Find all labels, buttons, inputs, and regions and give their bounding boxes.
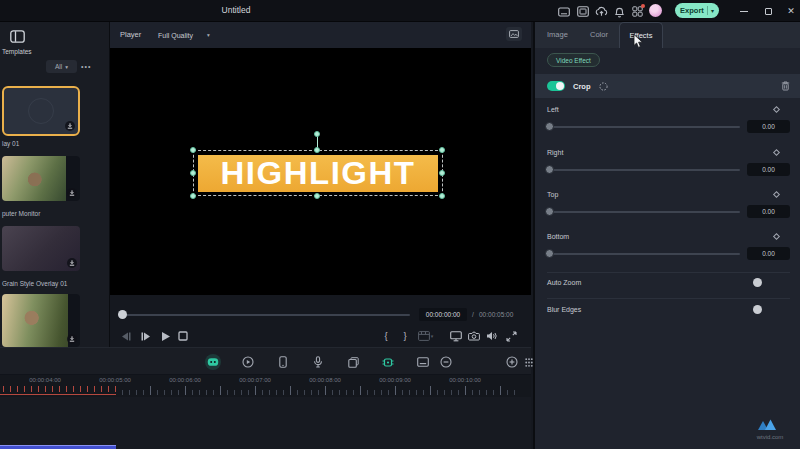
download-icon[interactable]	[65, 121, 75, 131]
record-button[interactable]	[205, 354, 221, 370]
play-button[interactable]	[157, 328, 173, 344]
resize-handle-s[interactable]	[314, 193, 320, 199]
slider-left-handle[interactable]	[545, 122, 554, 131]
resize-handle-e[interactable]	[439, 170, 445, 176]
slider-left[interactable]	[547, 126, 740, 128]
render-chevron-icon[interactable]: ▾	[428, 328, 436, 344]
selection-bounding-box[interactable]	[193, 150, 443, 196]
mark-out-button[interactable]: }	[397, 328, 413, 344]
templates-nav-icon[interactable]	[10, 30, 25, 43]
template-label: puter Monitor	[2, 210, 40, 217]
resize-handle-ne[interactable]	[439, 147, 445, 153]
next-frame-button[interactable]	[138, 328, 154, 344]
template-card-overlay-01[interactable]	[2, 86, 80, 136]
filter-dropdown[interactable]: All ▾	[46, 60, 77, 73]
duration-separator: /	[472, 311, 474, 318]
download-icon[interactable]	[67, 334, 77, 344]
filmora-app: Untitled Export ▾ ✕ Templa	[0, 0, 800, 449]
keyframe-diamond-icon[interactable]	[773, 106, 780, 113]
resize-handle-sw[interactable]	[190, 193, 196, 199]
chevron-down-icon: ▾	[65, 64, 68, 70]
resize-handle-w[interactable]	[190, 170, 196, 176]
template-card-computer-monitor[interactable]	[2, 156, 80, 201]
slider-bottom[interactable]	[547, 253, 740, 255]
zoom-out-icon[interactable]	[438, 354, 454, 370]
zoom-in-icon[interactable]	[504, 354, 520, 370]
slider-top[interactable]	[547, 211, 740, 213]
divider	[547, 272, 790, 273]
user-avatar[interactable]	[649, 4, 662, 17]
subtitle-icon[interactable]	[415, 354, 431, 370]
timeline-ruler[interactable]: 00:00:04:00 00:00:05:00 00:00:06:00 00:0…	[10, 377, 500, 383]
keyboard-shortcut-icon[interactable]	[557, 5, 570, 18]
volume-button[interactable]	[484, 328, 500, 344]
tab-color[interactable]: Color	[590, 22, 608, 48]
notification-bell-icon[interactable]	[613, 5, 626, 18]
seek-bar[interactable]	[120, 314, 410, 316]
motion-tracking-icon[interactable]	[380, 354, 396, 370]
rotation-handle[interactable]	[314, 131, 320, 137]
tab-image[interactable]: Image	[547, 22, 568, 48]
maximize-button[interactable]	[761, 4, 775, 18]
slider-bottom-value[interactable]: 0.00	[747, 247, 790, 260]
previous-frame-button[interactable]	[118, 328, 134, 344]
voiceover-mic-icon[interactable]	[310, 354, 326, 370]
resources-apps-icon[interactable]	[631, 5, 644, 18]
resize-handle-n[interactable]	[314, 147, 320, 153]
timeline[interactable]: 00:00:04:00 00:00:05:00 00:00:06:00 00:0…	[0, 375, 531, 449]
slider-right[interactable]	[547, 169, 740, 171]
crop-enable-toggle[interactable]	[547, 81, 565, 91]
cloud-upload-icon[interactable]	[595, 5, 608, 18]
templates-nav-label[interactable]: Templates	[2, 48, 32, 55]
preview-canvas[interactable]: HIGHLIGHT	[110, 48, 531, 295]
keyframe-circle-icon[interactable]	[599, 82, 608, 91]
snapshot-camera-button[interactable]	[466, 328, 482, 344]
screen-record-icon[interactable]	[240, 354, 256, 370]
quality-dropdown[interactable]: Full Quality ▾	[152, 27, 228, 43]
keyframe-diamond-icon[interactable]	[773, 149, 780, 156]
ruler-marked-range	[0, 386, 116, 395]
slider-top-value[interactable]: 0.00	[747, 205, 790, 218]
slider-right-value[interactable]: 0.00	[747, 163, 790, 176]
more-options-button[interactable]: •••	[81, 63, 91, 70]
phone-mirror-icon[interactable]	[275, 354, 291, 370]
seek-handle[interactable]	[118, 310, 127, 319]
template-card[interactable]	[2, 294, 80, 347]
resize-handle-se[interactable]	[439, 193, 445, 199]
watermark-logo-icon	[757, 418, 779, 431]
download-icon[interactable]	[67, 258, 77, 268]
templates-panel: Templates All ▾ ••• lay 01 puter Monitor	[0, 22, 110, 347]
video-effect-chip[interactable]: Video Effect	[547, 53, 600, 67]
minimize-icon	[740, 11, 748, 12]
slider-bottom-handle[interactable]	[545, 249, 554, 258]
stop-button[interactable]	[175, 328, 191, 344]
slider-right-handle[interactable]	[545, 165, 554, 174]
display-mode-button[interactable]	[506, 27, 522, 41]
fullscreen-button[interactable]	[503, 328, 519, 344]
mirror-display-button[interactable]	[448, 328, 464, 344]
maximize-icon	[765, 8, 772, 15]
mark-in-button[interactable]: {	[378, 328, 394, 344]
mouse-cursor	[633, 34, 644, 49]
keyframe-diamond-icon[interactable]	[773, 191, 780, 198]
download-icon[interactable]	[67, 188, 77, 198]
timeline-clip[interactable]	[0, 445, 116, 449]
crop-effect-row[interactable]: Crop	[535, 74, 800, 98]
ruler-label: 00:00:08:00	[290, 377, 360, 383]
slider-top-handle[interactable]	[545, 207, 554, 216]
slider-label-right: Right	[547, 149, 563, 156]
slider-left-value[interactable]: 0.00	[747, 120, 790, 133]
resize-handle-nw[interactable]	[190, 147, 196, 153]
notes-icon[interactable]	[345, 354, 361, 370]
close-button[interactable]: ✕	[784, 4, 798, 18]
player-label: Player	[120, 30, 141, 39]
media-frame-icon[interactable]	[576, 5, 589, 18]
current-timecode[interactable]: 00:00:00:00	[419, 308, 467, 321]
timeline-tracks[interactable]	[0, 397, 531, 449]
minimize-button[interactable]	[737, 4, 751, 18]
keyframe-diamond-icon[interactable]	[773, 233, 780, 240]
template-card-grain-style[interactable]	[2, 226, 80, 271]
quality-value: Full Quality	[158, 32, 193, 39]
delete-effect-icon[interactable]	[781, 81, 790, 91]
export-button[interactable]: Export ▾	[675, 3, 719, 18]
